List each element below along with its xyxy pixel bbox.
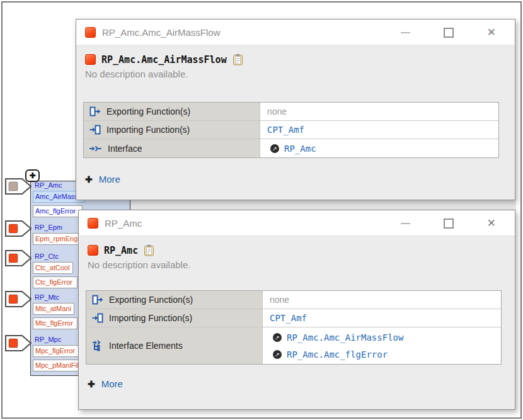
table-row-importing: Importing Function(s) CPT_Amf: [86, 309, 501, 327]
more-label: More: [99, 174, 120, 184]
dialog-rp-amc: RP_Amc ✕ RP_Amc No descriptio: [78, 210, 515, 410]
group-label-rp-mtc[interactable]: RP_Mtc: [35, 293, 59, 301]
element-ctc-flgerror[interactable]: Ctc_flgError: [33, 276, 78, 288]
minimize-icon[interactable]: [401, 223, 410, 224]
element-mtc-flgerror[interactable]: Mtc_flgError: [33, 317, 78, 329]
exporting-function-icon: [92, 295, 103, 305]
element-mpc-flgerror[interactable]: Mpc_flgError: [33, 345, 79, 357]
row-label: Importing Function(s): [106, 125, 190, 135]
close-icon[interactable]: ✕: [487, 218, 496, 229]
port-square: [9, 339, 18, 348]
importing-function-link[interactable]: CPT_Amf: [263, 313, 501, 323]
maximize-icon[interactable]: [444, 28, 454, 38]
group-label-rp-epm[interactable]: RP_Epm: [35, 224, 62, 231]
more-button[interactable]: ✚ More: [85, 174, 497, 184]
titlebar[interactable]: RP_Amc ✕: [79, 210, 515, 236]
plus-icon: ✚: [88, 379, 95, 389]
interface-icon: [89, 145, 102, 152]
element-ctc-atcool[interactable]: Ctc_atCool: [33, 262, 73, 274]
table-row-interface: Interface ↗ RP_Amc: [84, 139, 498, 157]
row-value-none: none: [263, 295, 501, 305]
group-label-rp-amc[interactable]: RP_Amc: [35, 181, 62, 189]
more-label: More: [101, 378, 123, 389]
clipboard-icon[interactable]: [233, 54, 243, 65]
port-flag-rp-ctc[interactable]: [5, 250, 32, 266]
object-name: RP_Amc: [104, 245, 138, 256]
interface-elements-icon: [92, 340, 103, 351]
importing-function-icon: [89, 125, 101, 135]
dialog-amc-airmassflow: RP_Amc.Amc_AirMassFlow ✕ RP_Amc.Amc_AirM…: [76, 19, 515, 200]
close-icon[interactable]: ✕: [487, 27, 496, 38]
interface-element-link[interactable]: RP_Amc.Amc_flgError: [287, 349, 388, 360]
importing-function-link[interactable]: CPT_Amf: [260, 125, 498, 135]
row-label: Exporting Function(s): [106, 106, 190, 116]
application-canvas: ✚ RP_Amc Amc_AirMass Amc_flgError RP_Epm…: [0, 0, 523, 420]
interface-link[interactable]: RP_Amc: [284, 144, 316, 154]
element-amc-flgerror[interactable]: Amc_flgError: [33, 205, 83, 217]
table-row-exporting: Exporting Function(s) none: [86, 291, 501, 309]
row-label: Interface: [108, 144, 142, 154]
sender-port-icon: [85, 27, 96, 38]
port-flag-rp-epm[interactable]: [5, 220, 32, 237]
port-flag-rp-mtc[interactable]: [5, 291, 32, 307]
maximize-icon[interactable]: [444, 219, 454, 229]
element-epm-rpmengs[interactable]: Epm_rpmEngS: [33, 233, 83, 245]
exporting-function-icon: [89, 106, 101, 116]
row-value-none: none: [260, 106, 498, 116]
description-text: No description available.: [85, 69, 497, 79]
properties-table: Exporting Function(s) none Importing Fun…: [83, 102, 499, 158]
port-square: [9, 182, 18, 191]
table-row-interface-elements: Interface Elements ↗ RP_Amc.Amc_AirMassF…: [86, 327, 501, 364]
more-button[interactable]: ✚ More: [88, 378, 497, 389]
importing-function-icon: [92, 313, 103, 323]
port-square: [9, 295, 18, 304]
row-label: Importing Function(s): [109, 313, 192, 323]
port-flag-rp-mpc[interactable]: [5, 335, 32, 351]
plus-icon: ✚: [85, 174, 93, 184]
window-title: RP_Amc: [105, 218, 142, 229]
titlebar[interactable]: RP_Amc.Amc_AirMassFlow ✕: [76, 20, 515, 45]
navigate-arrow-icon[interactable]: ↗: [273, 350, 282, 359]
table-row-exporting: Exporting Function(s) none: [84, 103, 498, 121]
navigate-arrow-icon[interactable]: ↗: [270, 144, 279, 153]
group-label-rp-ctc[interactable]: RP_Ctc: [35, 253, 59, 260]
properties-table: Exporting Function(s) none Importing Fun…: [86, 290, 502, 365]
port-square: [9, 254, 18, 263]
minimize-icon[interactable]: [401, 32, 410, 33]
group-label-rp-mpc[interactable]: RP_Mpc: [35, 336, 61, 343]
sender-port-icon: [88, 218, 98, 229]
port-flag-rp-amc[interactable]: [5, 178, 32, 195]
clipboard-icon[interactable]: [144, 244, 154, 256]
row-label: Interface Elements: [109, 341, 183, 351]
port-square: [9, 224, 18, 233]
navigate-arrow-icon[interactable]: ↗: [273, 333, 282, 342]
object-name: RP_Amc.Amc_AirMassFlow: [101, 54, 227, 65]
element-mtc-atmani[interactable]: Mtc_atMani: [33, 303, 74, 315]
element-mpc-pmanifilt[interactable]: Mpc_pManiFilt: [33, 360, 83, 372]
interface-element-link[interactable]: RP_Amc.Amc_AirMassFlow: [287, 332, 403, 343]
description-text: No description available.: [88, 259, 497, 270]
sender-port-icon: [85, 54, 96, 65]
sender-port-icon: [88, 245, 98, 256]
window-title: RP_Amc.Amc_AirMassFlow: [102, 27, 221, 38]
row-label: Exporting Function(s): [109, 295, 193, 305]
table-row-importing: Importing Function(s) CPT_Amf: [84, 121, 498, 139]
